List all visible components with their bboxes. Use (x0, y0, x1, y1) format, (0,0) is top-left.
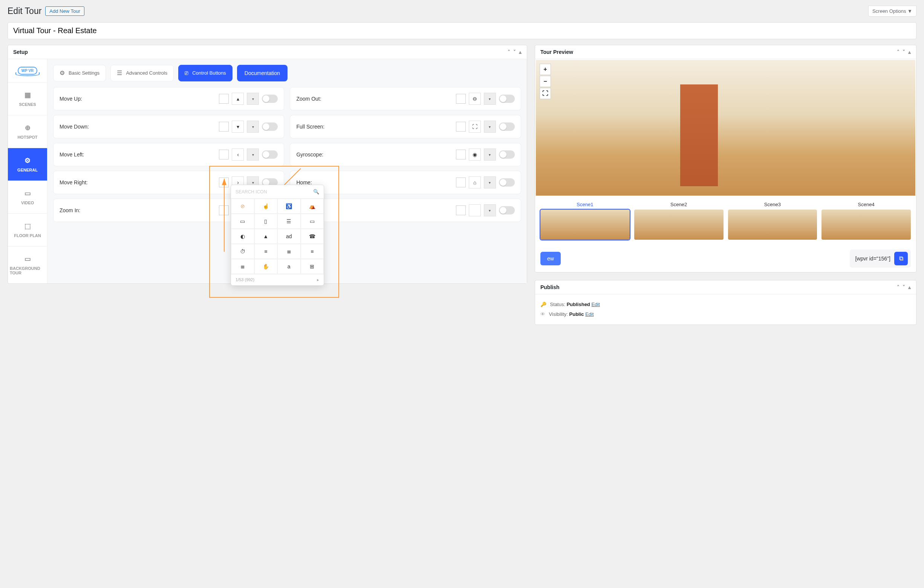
icon-option[interactable]: ≡ (254, 244, 278, 259)
dropdown-button[interactable]: ▾ (247, 149, 259, 160)
color-picker[interactable] (456, 178, 466, 187)
collapse-down-icon[interactable]: ˅ (903, 49, 905, 55)
icon-option[interactable]: ◐ (231, 229, 254, 244)
color-picker[interactable] (219, 150, 229, 159)
icon-select-button[interactable]: ◉ (469, 149, 481, 160)
fullscreen-button[interactable]: ⛶ (540, 88, 551, 99)
sidebar-tab-video[interactable]: ▭VIDEO (8, 181, 47, 214)
icon-option[interactable]: ⏱ (231, 244, 254, 259)
layers-icon: ▭ (25, 255, 31, 263)
color-picker[interactable] (219, 94, 229, 104)
copy-shortcode-button[interactable]: ⧉ (894, 252, 908, 265)
toggle-switch[interactable] (499, 206, 515, 215)
screen-options-button[interactable]: Screen Options ▼ (868, 6, 916, 17)
color-picker[interactable] (456, 205, 466, 215)
scene-thumb[interactable]: Scene2 (634, 202, 724, 240)
dropdown-button[interactable]: ▾ (484, 121, 496, 133)
toggle-switch[interactable] (262, 94, 278, 103)
dropdown-button[interactable]: ▾ (484, 93, 496, 105)
tab-basic-settings[interactable]: ⚙Basic Settings (53, 65, 106, 81)
documentation-button[interactable]: Documentation (237, 65, 287, 81)
icon-select-button[interactable]: ‹ (232, 149, 244, 160)
panel-toggles: ˄ ˅ ▴ (897, 49, 911, 55)
icon-option[interactable]: ☰ (277, 214, 301, 229)
toggle-switch[interactable] (499, 122, 515, 131)
color-picker[interactable] (219, 178, 229, 187)
tab-control-buttons[interactable]: ⎚Control Buttons (178, 65, 233, 81)
collapse-up-icon[interactable]: ˄ (897, 284, 899, 290)
color-picker[interactable] (456, 150, 466, 159)
add-new-tour-button[interactable]: Add New Tour (45, 7, 84, 16)
icon-option[interactable]: ≣ (231, 259, 254, 274)
color-picker[interactable] (456, 94, 466, 104)
panel-caret-icon[interactable]: ▴ (519, 49, 521, 55)
zoom-out-button[interactable]: − (540, 76, 551, 87)
toggle-switch[interactable] (499, 178, 515, 187)
toggle-switch[interactable] (499, 150, 515, 159)
icon-picker-search: 🔍 (231, 185, 324, 199)
icon-option[interactable]: ▭ (231, 214, 254, 229)
scene-thumb[interactable]: Scene4 (822, 202, 911, 240)
icon-select-button[interactable]: ⛶ (469, 121, 481, 133)
icon-option[interactable]: ≡ (301, 244, 324, 259)
dropdown-button[interactable]: ▾ (484, 204, 496, 216)
icon-select-button[interactable] (469, 204, 481, 216)
icon-search-input[interactable] (236, 189, 313, 195)
scene-row: Scene1Scene2Scene3Scene4 (535, 197, 916, 245)
icon-option[interactable]: ⊞ (301, 259, 324, 274)
toggle-switch[interactable] (499, 94, 515, 103)
dropdown-button[interactable]: ▾ (484, 149, 496, 160)
collapse-down-icon[interactable]: ˅ (903, 284, 905, 290)
preview-viewport[interactable]: + − ⛶ (536, 60, 915, 196)
icon-select-button[interactable]: ⊖ (469, 93, 481, 105)
icon-option[interactable]: ≣ (277, 244, 301, 259)
icon-select-button[interactable]: ▾ (232, 121, 244, 133)
sidebar-tab-hotspot[interactable]: ⊕HOTSPOT (8, 116, 47, 148)
color-picker[interactable] (219, 205, 229, 215)
control-row: Move Up: ▴ ▾ (53, 87, 284, 111)
icon-select-button[interactable]: ⌂ (469, 177, 481, 188)
edit-status-link[interactable]: Edit (591, 302, 599, 307)
wpvr-logo: WP VR (8, 59, 47, 83)
icon-option[interactable]: ▲ (254, 229, 278, 244)
color-picker[interactable] (219, 122, 229, 132)
collapse-down-icon[interactable]: ˅ (513, 49, 516, 55)
panel-caret-icon[interactable]: ▴ (908, 49, 911, 55)
color-picker[interactable] (456, 122, 466, 132)
icon-option[interactable]: ☎ (301, 229, 324, 244)
icon-option[interactable]: ✋ (254, 259, 278, 274)
icon-option[interactable]: ☝ (254, 199, 278, 214)
icon-select-button[interactable]: ▴ (232, 93, 244, 105)
icon-option[interactable]: ▭ (301, 214, 324, 229)
dropdown-button[interactable]: ▾ (484, 177, 496, 188)
panel-caret-icon[interactable]: ▴ (908, 284, 911, 290)
edit-visibility-link[interactable]: Edit (585, 311, 594, 317)
sidebar-tab-background[interactable]: ▭BACKGROUND TOUR (8, 246, 47, 284)
icon-option-none[interactable]: ⊘ (231, 199, 254, 214)
collapse-up-icon[interactable]: ˄ (508, 49, 510, 55)
icon-option[interactable]: ⛺ (301, 199, 324, 214)
icon-option[interactable]: a (277, 259, 301, 274)
tab-advanced-controls[interactable]: ☰Advanced Controls (111, 65, 174, 81)
collapse-up-icon[interactable]: ˄ (897, 49, 899, 55)
icon-option[interactable]: ♿ (277, 199, 301, 214)
zoom-in-button[interactable]: + (540, 64, 551, 75)
toggle-switch[interactable] (262, 122, 278, 131)
eye-icon: 👁 (540, 311, 545, 317)
scene-thumb[interactable]: Scene3 (728, 202, 817, 240)
preview-button[interactable]: ew (540, 252, 561, 265)
icon-option[interactable]: ad (277, 229, 301, 244)
scene-label: Scene1 (540, 202, 630, 207)
icon-option[interactable]: ▯ (254, 214, 278, 229)
tour-title-input[interactable] (8, 22, 916, 39)
sidebar-tab-scenes[interactable]: ▦SCENES (8, 83, 47, 116)
dropdown-button[interactable]: ▾ (247, 121, 259, 133)
icon-picker-grid: ⊘ ☝ ♿ ⛺ ▭ ▯ ☰ ▭ ◐ ▲ ad ☎ ⏱ ≡ ≣ ≡ ≣ ✋ a ⊞ (231, 199, 324, 274)
dropdown-button[interactable]: ▾ (247, 93, 259, 105)
gear-icon: ⚙ (59, 69, 65, 77)
sidebar-tab-floorplan[interactable]: ⬚FLOOR PLAN (8, 214, 47, 246)
sidebar-tab-general[interactable]: ⚙GENERAL (8, 148, 47, 181)
toggle-switch[interactable] (262, 150, 278, 159)
next-page-icon[interactable]: ▸ (317, 277, 319, 282)
scene-thumb[interactable]: Scene1 (540, 202, 630, 240)
